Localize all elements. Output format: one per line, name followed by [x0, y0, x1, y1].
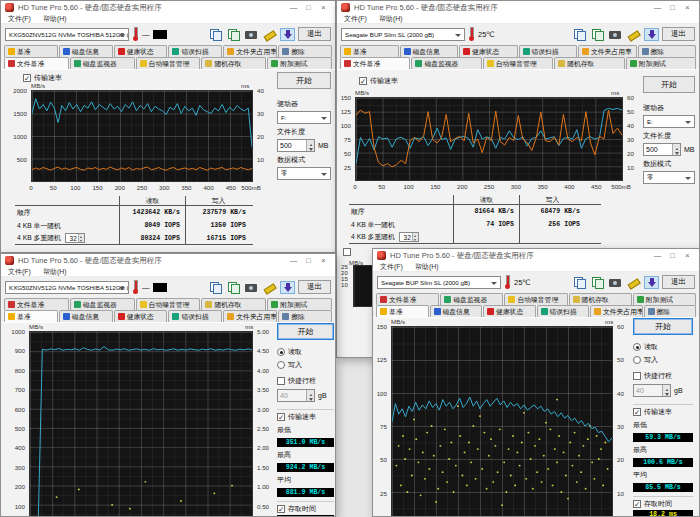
secondary-checkbox[interactable]	[343, 248, 351, 256]
queue-depth-stepper[interactable]: 32	[65, 233, 85, 243]
tab-extra-tests[interactable]: 附加测试	[633, 293, 696, 305]
checkbox-box[interactable]: ✓	[277, 413, 285, 421]
copy-image-icon[interactable]	[590, 28, 605, 41]
start-button[interactable]: 开始	[643, 76, 695, 93]
drive-letter-select[interactable]: F:	[277, 111, 331, 124]
tab-error-scan[interactable]: 错误扫描	[168, 310, 222, 322]
exit-button[interactable]: 退出	[662, 27, 695, 41]
minimize-icon[interactable]: —	[650, 1, 665, 14]
write-radio[interactable]: 写入	[633, 355, 693, 365]
exit-button[interactable]: 退出	[662, 275, 695, 289]
start-button[interactable]: 开始	[633, 318, 693, 335]
menu-file[interactable]: 文件(F)	[380, 262, 403, 272]
menu-file[interactable]: 文件(F)	[344, 14, 367, 24]
transfer-rate-checkbox[interactable]: ✓传输速率	[277, 412, 334, 422]
copy-image-icon[interactable]	[226, 281, 241, 294]
checkbox-box[interactable]: ✓	[277, 505, 285, 513]
tab-aam[interactable]: 自动噪音管理	[483, 57, 553, 69]
save-icon[interactable]	[644, 276, 659, 289]
short-stroke-checkbox[interactable]: 快捷行程	[633, 371, 693, 381]
copy-icon[interactable]	[572, 28, 587, 41]
tab-disk-monitor[interactable]: 磁盘监视器	[70, 298, 135, 310]
checkbox-box[interactable]: ✓	[633, 500, 641, 508]
tab-disk-monitor[interactable]: 磁盘监视器	[70, 57, 135, 69]
radio-icon[interactable]	[277, 348, 285, 356]
tab-disk-info[interactable]: 磁盘信息	[400, 45, 459, 57]
close-icon[interactable]: ×	[316, 254, 331, 267]
file-length-stepper[interactable]: 500	[643, 143, 681, 156]
close-icon[interactable]: ×	[680, 1, 695, 14]
save-icon[interactable]	[280, 28, 295, 41]
short-stroke-checkbox[interactable]: 快捷行程	[277, 376, 334, 386]
tab-random-access[interactable]: 随机存取	[201, 298, 266, 310]
menu-help[interactable]: 帮助(H)	[415, 262, 439, 272]
checkbox-box[interactable]: ✓	[23, 74, 31, 82]
tab-file-benchmark[interactable]: 文件基准	[4, 298, 69, 310]
tab-random-access[interactable]: 随机存取	[201, 57, 266, 69]
tab-folder-usage[interactable]: 文件夹占用率	[223, 45, 277, 57]
maximize-icon[interactable]: □	[301, 254, 316, 267]
highlight-icon[interactable]	[262, 28, 277, 41]
tab-error-scan[interactable]: 错误扫描	[537, 305, 590, 317]
tab-benchmark[interactable]: 基准	[4, 45, 58, 57]
read-radio[interactable]: 读取	[633, 342, 693, 352]
highlight-icon[interactable]	[262, 281, 277, 294]
tab-aam[interactable]: 自动噪音管理	[504, 293, 567, 305]
tab-erase[interactable]: 擦除	[278, 45, 332, 57]
drive-letter-select[interactable]: E:	[643, 115, 695, 128]
screenshot-icon[interactable]	[608, 276, 623, 289]
access-time-checkbox[interactable]: ✓存取时间	[277, 504, 334, 514]
maximize-icon[interactable]: □	[665, 249, 680, 262]
drive-select[interactable]: Seagate BUP Slim SL (2000 gB)	[377, 276, 501, 289]
tab-disk-info[interactable]: 磁盘信息	[430, 305, 483, 317]
tab-extra-tests[interactable]: 附加测试	[626, 57, 696, 69]
checkbox-box[interactable]	[343, 248, 351, 256]
tab-error-scan[interactable]: 错误扫描	[519, 45, 578, 57]
tab-health[interactable]: 健康状态	[459, 45, 518, 57]
short-stroke-stepper[interactable]: 40	[277, 389, 315, 402]
checkbox-box[interactable]: ✓	[359, 77, 367, 85]
tab-health[interactable]: 健康状态	[483, 305, 536, 317]
save-icon[interactable]	[280, 281, 295, 294]
copy-image-icon[interactable]	[226, 28, 241, 41]
drive-select[interactable]: KXG50ZNV512G NVMe TOSHIBA 512GB (512 gB)	[5, 28, 129, 41]
close-icon[interactable]: ×	[316, 1, 331, 14]
close-icon[interactable]: ×	[680, 249, 695, 262]
tab-aam[interactable]: 自动噪音管理	[136, 57, 201, 69]
tab-erase[interactable]: 擦除	[278, 310, 332, 322]
maximize-icon[interactable]: □	[301, 1, 316, 14]
highlight-icon[interactable]	[626, 276, 641, 289]
minimize-icon[interactable]: —	[286, 1, 301, 14]
tab-erase[interactable]: 擦除	[638, 45, 697, 57]
tab-health[interactable]: 健康状态	[114, 45, 168, 57]
tab-disk-info[interactable]: 磁盘信息	[59, 45, 113, 57]
tab-file-benchmark[interactable]: 文件基准	[376, 293, 439, 305]
checkbox-box[interactable]	[277, 377, 285, 385]
tab-extra-tests[interactable]: 附加测试	[267, 298, 332, 310]
tab-random-access[interactable]: 随机存取	[554, 57, 624, 69]
titlebar[interactable]: HD Tune Pro 5.60 - 硬盘/固态硬盘实用程序 — □ ×	[1, 254, 335, 267]
copy-image-icon[interactable]	[590, 276, 605, 289]
tab-folder-usage[interactable]: 文件夹占用率	[590, 305, 643, 317]
screenshot-icon[interactable]	[244, 28, 259, 41]
queue-depth-stepper[interactable]: 32	[399, 232, 419, 242]
tab-random-access[interactable]: 随机存取	[569, 293, 632, 305]
exit-button[interactable]: 退出	[298, 280, 331, 294]
data-mode-select[interactable]: 零	[277, 167, 331, 180]
titlebar[interactable]: HD Tune Pro 5.60 - 硬盘/固态硬盘实用程序 — □ ×	[1, 1, 335, 14]
read-radio[interactable]: 读取	[277, 347, 334, 357]
menu-help[interactable]: 帮助(H)	[379, 14, 403, 24]
transfer-rate-checkbox[interactable]: ✓ 传输速率	[359, 76, 398, 86]
checkbox-box[interactable]: ✓	[633, 408, 641, 416]
tab-folder-usage[interactable]: 文件夹占用率	[578, 45, 637, 57]
access-time-checkbox[interactable]: ✓存取时间	[633, 499, 693, 509]
copy-icon[interactable]	[572, 276, 587, 289]
tab-health[interactable]: 健康状态	[114, 310, 168, 322]
start-button[interactable]: 开始	[277, 323, 334, 340]
checkbox-box[interactable]	[633, 372, 641, 380]
save-icon[interactable]	[644, 28, 659, 41]
tab-benchmark[interactable]: 基准	[376, 305, 429, 317]
start-button[interactable]: 开始	[277, 72, 331, 89]
highlight-icon[interactable]	[626, 28, 641, 41]
menu-file[interactable]: 文件(F)	[8, 267, 31, 277]
